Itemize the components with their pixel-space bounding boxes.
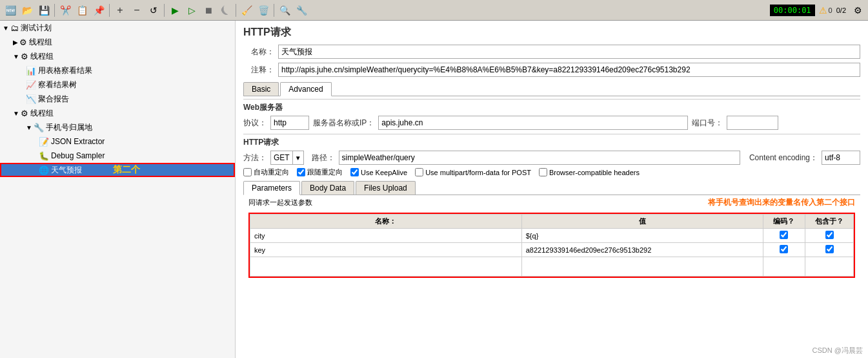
sidebar-item-json-extractor[interactable]: 📝 JSON Extractor	[0, 134, 235, 149]
path-input[interactable]	[339, 151, 740, 165]
http-request-panel: HTTP请求 名称： 注释： Basic Advanced Web服务器 协议：	[236, 21, 868, 286]
shutdown-button[interactable]: ⏾	[217, 3, 233, 18]
remove-button[interactable]: −	[129, 3, 145, 18]
protocol-label: 协议：	[243, 118, 267, 129]
option-keepalive[interactable]: Use KeepAlive	[350, 168, 407, 176]
panel-title: HTTP请求	[243, 26, 860, 39]
new-button[interactable]: 🆕	[3, 3, 18, 18]
search-icon[interactable]: 🔍	[277, 3, 292, 18]
row2-include-checkbox[interactable]	[825, 245, 834, 253]
expand-arrow-phone[interactable]: ▼	[26, 124, 32, 131]
settings-button[interactable]: ⚙	[850, 3, 865, 18]
http-request-title: HTTP请求	[243, 134, 860, 148]
sidebar-item-table-result[interactable]: 📊 用表格察看结果	[0, 63, 235, 78]
expand-arrow-tg1[interactable]: ▶	[13, 39, 18, 46]
paste-button[interactable]: 📌	[91, 3, 106, 18]
tree-icon: 📈	[26, 80, 36, 90]
table-row: city ${q}	[250, 229, 854, 243]
subtab-files-upload[interactable]: Files Upload	[356, 181, 416, 195]
table-icon: 📊	[26, 66, 36, 76]
row2-encode	[763, 243, 805, 257]
method-arrow-icon[interactable]: ▼	[292, 151, 303, 164]
encoding-input[interactable]	[822, 151, 860, 165]
warn-icon: ⚠	[819, 5, 827, 16]
encoding-label: Content encoding：	[749, 153, 818, 163]
tab-advanced[interactable]: Advanced	[280, 82, 331, 96]
sidebar-item-tree-result[interactable]: 📈 察看结果树	[0, 78, 235, 92]
subtab-body-data[interactable]: Body Data	[301, 181, 354, 195]
copy-button[interactable]: 📋	[74, 3, 90, 18]
sidebar-item-agg-report[interactable]: 📉 聚合报告	[0, 92, 235, 106]
table-row: key a822129339146ed209ec276c9513b292	[250, 243, 854, 257]
expand-arrow-tg2[interactable]: ▼	[13, 53, 19, 60]
auto-redirect-checkbox[interactable]	[243, 168, 252, 176]
save-button[interactable]: 💾	[36, 3, 52, 18]
port-input[interactable]	[727, 116, 778, 130]
web-server-title: Web服务器	[243, 99, 860, 113]
expand-arrow-tg3[interactable]: ▼	[13, 110, 19, 117]
row1-include	[805, 229, 854, 243]
browser-compat-checkbox[interactable]	[539, 168, 547, 176]
sidebar: ▼ 🗂 测试计划 ▶ ⚙ 线程组 ▼ ⚙ 线程组 📊 用表格察看结果 📈 察看结…	[0, 21, 236, 358]
row1-name: city	[250, 229, 522, 243]
sep2	[109, 4, 110, 17]
row1-encode	[763, 229, 805, 243]
sep3	[164, 4, 165, 17]
json-icon: 📝	[39, 137, 49, 147]
start-no-pause-button[interactable]: ▷	[184, 3, 199, 18]
sidebar-item-test-plan[interactable]: ▼ 🗂 测试计划	[0, 21, 235, 35]
test-plan-label: 测试计划	[21, 23, 52, 34]
tg1-label: 线程组	[29, 37, 52, 48]
row1-include-checkbox[interactable]	[825, 231, 834, 239]
sep1	[54, 4, 55, 17]
remote-button[interactable]: 🔧	[294, 3, 309, 18]
comment-label: 注释：	[243, 65, 274, 76]
name-input[interactable]	[278, 45, 860, 59]
tab-basic[interactable]: Basic	[243, 82, 279, 96]
keepalive-checkbox[interactable]	[350, 168, 359, 176]
options-row: 自动重定向 跟随重定向 Use KeepAlive Use multipart/…	[243, 167, 860, 177]
toolbar-right: 00:00:01 ⚠ 0 0/2 ⚙	[770, 3, 865, 18]
protocol-input[interactable]	[270, 116, 309, 130]
params-annotation: 将手机号查询出来的变量名传入第二个接口	[708, 197, 855, 208]
sidebar-item-debug-sampler[interactable]: 🐛 Debug Sampler	[0, 149, 235, 163]
subtab-parameters[interactable]: Parameters	[243, 181, 300, 195]
params-area: 名称： 值 编码？ 包含于？ city ${q}	[248, 213, 855, 278]
col-include-header: 包含于？	[805, 215, 854, 229]
col-name-header: 名称：	[250, 215, 522, 229]
page-info: 0/2	[836, 6, 846, 14]
comment-input[interactable]	[278, 63, 860, 77]
method-dropdown[interactable]: GET ▼	[270, 151, 304, 165]
tg2-label: 线程组	[30, 51, 54, 62]
host-input[interactable]	[378, 116, 688, 130]
add-button[interactable]: +	[112, 3, 128, 18]
follow-redirect-checkbox[interactable]	[297, 168, 305, 176]
timer-display: 00:00:01	[770, 5, 815, 16]
params-note: 同请求一起发送参数	[248, 198, 312, 207]
clear-button[interactable]: 🧹	[239, 3, 254, 18]
row2-encode-checkbox[interactable]	[780, 245, 788, 253]
multipart-checkbox[interactable]	[415, 168, 423, 176]
weather-icon: 🌐	[39, 165, 49, 175]
option-follow-redirect[interactable]: 跟随重定向	[297, 167, 343, 177]
sidebar-item-phone-location[interactable]: ▼ 🔧 手机号归属地	[0, 120, 235, 134]
port-label: 端口号：	[692, 118, 723, 129]
reset-button[interactable]: ↺	[146, 3, 161, 18]
sidebar-item-thread-group-2[interactable]: ▼ ⚙ 线程组	[0, 49, 235, 63]
expand-arrow-test-plan[interactable]: ▼	[3, 25, 9, 32]
option-auto-redirect[interactable]: 自动重定向	[243, 167, 289, 177]
option-multipart[interactable]: Use multipart/form-data for POST	[415, 168, 531, 176]
content-panel: HTTP请求 名称： 注释： Basic Advanced Web服务器 协议：	[236, 21, 868, 358]
main-container: ▼ 🗂 测试计划 ▶ ⚙ 线程组 ▼ ⚙ 线程组 📊 用表格察看结果 📈 察看结…	[0, 21, 868, 358]
sidebar-item-thread-group-3[interactable]: ▼ ⚙ 线程组	[0, 106, 235, 120]
start-button[interactable]: ▶	[167, 3, 183, 18]
clear-all-button[interactable]: 🗑️	[256, 3, 271, 18]
option-browser-compat[interactable]: Browser-compatible headers	[539, 168, 640, 176]
row1-encode-checkbox[interactable]	[780, 231, 788, 239]
sidebar-item-thread-group-1[interactable]: ▶ ⚙ 线程组	[0, 35, 235, 49]
name-row: 名称：	[243, 45, 860, 59]
stop-button[interactable]: ⏹	[201, 3, 216, 18]
open-button[interactable]: 📂	[19, 3, 35, 18]
annotation-second: 第二个	[113, 164, 140, 176]
cut-button[interactable]: ✂️	[57, 3, 73, 18]
